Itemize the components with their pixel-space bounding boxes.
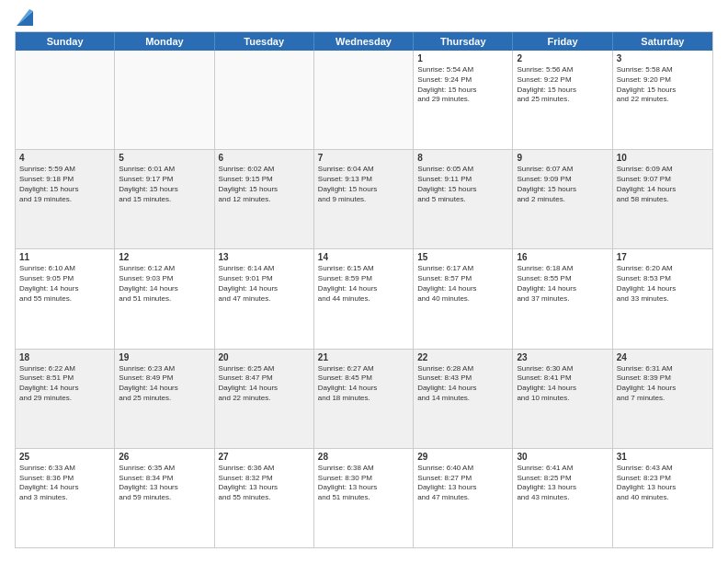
day-info: Sunrise: 6:02 AM Sunset: 9:15 PM Dayligh… [219, 165, 310, 204]
empty-cell [314, 51, 414, 149]
day-number: 23 [517, 352, 608, 362]
logo-icon [17, 9, 33, 26]
day-info: Sunrise: 6:07 AM Sunset: 9:09 PM Dayligh… [517, 165, 608, 204]
day-cell-24: 24Sunrise: 6:31 AM Sunset: 8:39 PM Dayli… [613, 350, 712, 448]
day-number: 24 [617, 352, 709, 362]
header-day-thursday: Thursday [414, 32, 513, 51]
day-cell-12: 12Sunrise: 6:12 AM Sunset: 9:03 PM Dayli… [115, 249, 214, 348]
header-day-wednesday: Wednesday [314, 32, 414, 51]
day-cell-16: 16Sunrise: 6:18 AM Sunset: 8:55 PM Dayli… [513, 249, 612, 348]
day-cell-18: 18Sunrise: 6:22 AM Sunset: 8:51 PM Dayli… [16, 350, 115, 448]
day-number: 20 [219, 352, 310, 362]
day-number: 17 [617, 252, 709, 262]
day-info: Sunrise: 6:01 AM Sunset: 9:17 PM Dayligh… [119, 165, 210, 204]
empty-cell [215, 51, 314, 149]
calendar: SundayMondayTuesdayWednesdayThursdayFrid… [15, 31, 713, 548]
day-info: Sunrise: 6:22 AM Sunset: 8:51 PM Dayligh… [19, 364, 110, 404]
day-info: Sunrise: 6:23 AM Sunset: 8:49 PM Dayligh… [119, 364, 210, 404]
day-cell-8: 8Sunrise: 6:05 AM Sunset: 9:11 PM Daylig… [414, 150, 513, 248]
day-cell-4: 4Sunrise: 5:59 AM Sunset: 9:18 PM Daylig… [16, 150, 115, 248]
day-info: Sunrise: 6:04 AM Sunset: 9:13 PM Dayligh… [318, 165, 409, 204]
day-info: Sunrise: 6:43 AM Sunset: 8:23 PM Dayligh… [617, 464, 709, 503]
day-cell-25: 25Sunrise: 6:33 AM Sunset: 8:36 PM Dayli… [16, 449, 115, 547]
day-number: 6 [219, 153, 310, 163]
header [15, 15, 713, 24]
day-cell-29: 29Sunrise: 6:40 AM Sunset: 8:27 PM Dayli… [414, 449, 513, 547]
day-cell-9: 9Sunrise: 6:07 AM Sunset: 9:09 PM Daylig… [513, 150, 612, 248]
day-cell-13: 13Sunrise: 6:14 AM Sunset: 9:01 PM Dayli… [215, 249, 314, 348]
day-info: Sunrise: 6:05 AM Sunset: 9:11 PM Dayligh… [417, 165, 508, 204]
day-info: Sunrise: 6:30 AM Sunset: 8:41 PM Dayligh… [517, 364, 608, 404]
day-number: 2 [517, 53, 608, 63]
day-number: 12 [119, 252, 210, 262]
header-day-monday: Monday [115, 32, 214, 51]
day-info: Sunrise: 6:35 AM Sunset: 8:34 PM Dayligh… [119, 464, 210, 503]
day-cell-17: 17Sunrise: 6:20 AM Sunset: 8:53 PM Dayli… [613, 249, 712, 348]
day-cell-10: 10Sunrise: 6:09 AM Sunset: 9:07 PM Dayli… [613, 150, 712, 248]
day-number: 15 [417, 252, 508, 262]
day-cell-26: 26Sunrise: 6:35 AM Sunset: 8:34 PM Dayli… [115, 449, 214, 547]
day-number: 30 [517, 452, 608, 462]
day-info: Sunrise: 6:14 AM Sunset: 9:01 PM Dayligh… [219, 264, 310, 304]
day-number: 19 [119, 352, 210, 362]
day-info: Sunrise: 5:58 AM Sunset: 9:20 PM Dayligh… [617, 65, 709, 105]
day-info: Sunrise: 6:33 AM Sunset: 8:36 PM Dayligh… [19, 464, 110, 503]
day-number: 28 [318, 452, 409, 462]
calendar-row-2: 4Sunrise: 5:59 AM Sunset: 9:18 PM Daylig… [16, 150, 712, 249]
day-number: 7 [318, 153, 409, 163]
calendar-row-3: 11Sunrise: 6:10 AM Sunset: 9:05 PM Dayli… [16, 249, 712, 349]
calendar-body: 1Sunrise: 5:54 AM Sunset: 9:24 PM Daylig… [16, 51, 712, 547]
day-cell-21: 21Sunrise: 6:27 AM Sunset: 8:45 PM Dayli… [314, 350, 414, 448]
day-number: 1 [417, 53, 508, 63]
day-cell-11: 11Sunrise: 6:10 AM Sunset: 9:05 PM Dayli… [16, 249, 115, 348]
header-day-sunday: Sunday [16, 32, 115, 51]
day-info: Sunrise: 6:17 AM Sunset: 8:57 PM Dayligh… [417, 264, 508, 304]
day-number: 14 [318, 252, 409, 262]
day-cell-30: 30Sunrise: 6:41 AM Sunset: 8:25 PM Dayli… [513, 449, 612, 547]
day-number: 31 [617, 452, 709, 462]
day-info: Sunrise: 6:15 AM Sunset: 8:59 PM Dayligh… [318, 264, 409, 304]
day-info: Sunrise: 5:59 AM Sunset: 9:18 PM Dayligh… [19, 165, 110, 204]
day-number: 29 [417, 452, 508, 462]
day-info: Sunrise: 6:41 AM Sunset: 8:25 PM Dayligh… [517, 464, 608, 503]
day-info: Sunrise: 6:36 AM Sunset: 8:32 PM Dayligh… [219, 464, 310, 503]
logo [15, 15, 33, 24]
calendar-row-1: 1Sunrise: 5:54 AM Sunset: 9:24 PM Daylig… [16, 51, 712, 150]
day-cell-20: 20Sunrise: 6:25 AM Sunset: 8:47 PM Dayli… [215, 350, 314, 448]
calendar-header: SundayMondayTuesdayWednesdayThursdayFrid… [16, 32, 712, 51]
header-day-friday: Friday [513, 32, 612, 51]
page: SundayMondayTuesdayWednesdayThursdayFrid… [0, 0, 728, 563]
day-info: Sunrise: 5:54 AM Sunset: 9:24 PM Dayligh… [417, 65, 508, 105]
day-info: Sunrise: 6:38 AM Sunset: 8:30 PM Dayligh… [318, 464, 409, 503]
day-number: 22 [417, 352, 508, 362]
day-number: 13 [219, 252, 310, 262]
header-day-tuesday: Tuesday [215, 32, 314, 51]
day-cell-15: 15Sunrise: 6:17 AM Sunset: 8:57 PM Dayli… [414, 249, 513, 348]
day-info: Sunrise: 6:20 AM Sunset: 8:53 PM Dayligh… [617, 264, 709, 304]
day-number: 26 [119, 452, 210, 462]
day-number: 8 [417, 153, 508, 163]
day-info: Sunrise: 6:09 AM Sunset: 9:07 PM Dayligh… [617, 165, 709, 204]
day-info: Sunrise: 6:28 AM Sunset: 8:43 PM Dayligh… [417, 364, 508, 404]
day-cell-5: 5Sunrise: 6:01 AM Sunset: 9:17 PM Daylig… [115, 150, 214, 248]
day-cell-19: 19Sunrise: 6:23 AM Sunset: 8:49 PM Dayli… [115, 350, 214, 448]
day-cell-2: 2Sunrise: 5:56 AM Sunset: 9:22 PM Daylig… [513, 51, 612, 149]
day-number: 9 [517, 153, 608, 163]
day-cell-7: 7Sunrise: 6:04 AM Sunset: 9:13 PM Daylig… [314, 150, 414, 248]
day-number: 25 [19, 452, 110, 462]
day-number: 10 [617, 153, 709, 163]
day-cell-28: 28Sunrise: 6:38 AM Sunset: 8:30 PM Dayli… [314, 449, 414, 547]
day-info: Sunrise: 6:27 AM Sunset: 8:45 PM Dayligh… [318, 364, 409, 404]
day-cell-31: 31Sunrise: 6:43 AM Sunset: 8:23 PM Dayli… [613, 449, 712, 547]
day-info: Sunrise: 6:40 AM Sunset: 8:27 PM Dayligh… [417, 464, 508, 503]
day-info: Sunrise: 6:31 AM Sunset: 8:39 PM Dayligh… [617, 364, 709, 404]
day-number: 5 [119, 153, 210, 163]
header-day-saturday: Saturday [613, 32, 712, 51]
calendar-row-5: 25Sunrise: 6:33 AM Sunset: 8:36 PM Dayli… [16, 449, 712, 547]
day-number: 18 [19, 352, 110, 362]
day-number: 3 [617, 53, 709, 63]
day-info: Sunrise: 6:12 AM Sunset: 9:03 PM Dayligh… [119, 264, 210, 304]
day-info: Sunrise: 6:18 AM Sunset: 8:55 PM Dayligh… [517, 264, 608, 304]
day-cell-27: 27Sunrise: 6:36 AM Sunset: 8:32 PM Dayli… [215, 449, 314, 547]
day-cell-22: 22Sunrise: 6:28 AM Sunset: 8:43 PM Dayli… [414, 350, 513, 448]
